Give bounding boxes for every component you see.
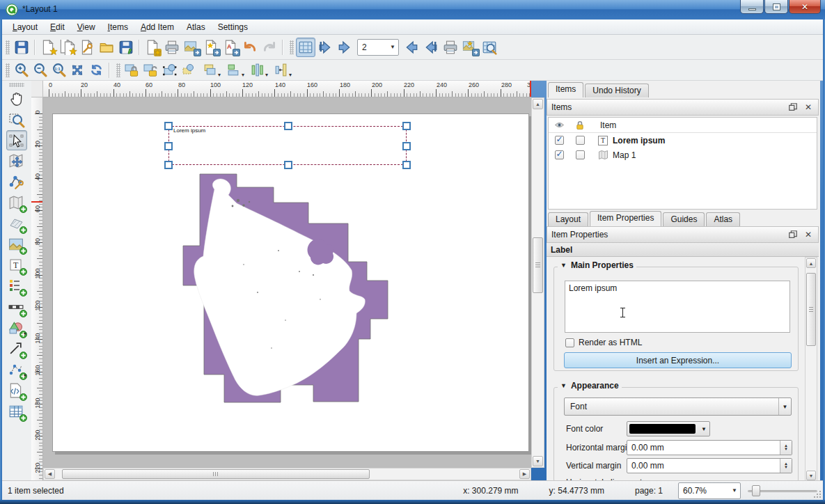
properties-scrollbar[interactable]: ▲ ▼ [805,257,817,482]
canvas-vertical-scrollbar[interactable]: ▲ ▼ [531,97,544,468]
scroll-down-icon[interactable]: ▼ [533,456,543,466]
export-image-button[interactable] [182,38,201,57]
close-button[interactable]: ✕ [789,0,821,14]
load-from-template-button[interactable] [97,38,116,57]
resize-handle-s[interactable] [284,161,292,169]
zoom-out-button[interactable] [31,61,49,79]
new-layout-button[interactable] [38,38,58,57]
redo-button[interactable] [260,38,279,57]
chevron-down-icon[interactable]: ▼ [387,40,398,55]
print-layout-button[interactable] [162,38,182,57]
scroll-left-icon[interactable]: ◀ [45,469,55,479]
refresh-view-button[interactable] [87,61,106,79]
add-node-item-button[interactable]: ▾ [6,360,27,380]
atlas-last-feature-button[interactable] [421,38,441,57]
save-as-template-button[interactable] [116,38,136,57]
scrollbar-thumb[interactable] [62,469,370,479]
map-item[interactable] [174,167,404,411]
spin-arrows-icon[interactable]: ▲▼ [780,459,792,473]
menu-layout[interactable]: Layout [6,21,44,33]
vertical-margin-spinbox[interactable]: 0.00 mm ▲▼ [627,458,792,473]
scrollbar-thumb[interactable] [806,273,816,346]
atlas-feature-combo[interactable]: 2▼ [357,39,399,56]
scrollbar-thumb[interactable] [533,237,543,293]
zoom-full-button[interactable] [68,61,87,79]
chevron-down-icon[interactable]: ▼ [729,483,740,498]
toolbar-grip[interactable] [290,40,294,54]
menu-view[interactable]: View [71,21,102,33]
toolbar-grip[interactable] [6,40,10,54]
resize-handle-n[interactable] [284,122,292,130]
item-row-map-1[interactable]: Map 1 [549,148,817,162]
tab-item-properties[interactable]: Item Properties [590,211,661,226]
atlas-next-feature-button[interactable] [402,38,421,57]
resize-handle-nw[interactable] [164,122,173,130]
resize-handle-ne[interactable] [402,122,411,130]
zoom-actual-button[interactable]: 1:1 [49,61,68,79]
lock-checkbox[interactable] [576,136,585,145]
resize-handle-sw[interactable] [164,161,173,169]
item-row-label[interactable]: Map 1 [613,150,636,160]
chevron-down-icon[interactable]: ▼ [698,422,709,436]
visibility-checkbox[interactable] [555,136,564,145]
toolbar-grip[interactable] [116,63,120,77]
scroll-right-icon[interactable]: ▶ [519,469,530,479]
menu-items[interactable]: Items [102,21,134,33]
toolbar-grip[interactable] [6,63,10,77]
raise-items-button[interactable]: ▾ [198,61,221,79]
visibility-checkbox[interactable] [555,150,564,159]
add-arrow-button[interactable] [6,339,27,359]
float-panel-icon[interactable] [787,229,799,240]
add-legend-button[interactable] [6,276,27,297]
close-panel-icon[interactable]: ✕ [803,102,814,113]
item-row-lorem-ipsum[interactable]: T Lorem ipsum [549,133,817,148]
canvas-horizontal-scrollbar[interactable]: ◀ ▶ [43,468,531,480]
atlas-preview-button[interactable] [296,38,315,57]
undo-button[interactable] [240,38,260,57]
move-item-content-button[interactable] [6,151,27,171]
insert-expression-button[interactable]: Insert an Expression... [564,352,792,368]
resize-handle-w[interactable] [164,142,173,150]
distribute-items-button[interactable]: ▾ [245,61,269,79]
print-atlas-button[interactable] [441,38,460,57]
label-text-area[interactable]: Lorem ipsum [565,281,790,333]
selected-label-item[interactable]: Lorem ipsum [168,126,407,165]
scroll-up-icon[interactable]: ▲ [806,258,816,268]
add-shape-button[interactable]: ▾ [6,318,27,338]
add-attribute-table-button[interactable] [6,402,27,422]
layout-canvas[interactable]: Lorem ipsum [43,97,531,468]
tab-guides[interactable]: Guides [663,212,705,226]
edit-nodes-item-button[interactable] [6,172,27,192]
zoom-in-button[interactable] [12,61,31,79]
zoom-tool-button[interactable] [6,109,27,129]
font-button[interactable]: Font ▼ [564,397,792,416]
layout-manager-button[interactable] [77,38,97,57]
atlas-settings-button[interactable] [480,38,499,57]
pan-layout-button[interactable] [6,88,27,109]
tab-undo-history[interactable]: Undo History [585,84,648,97]
atlas-previous-feature-button[interactable] [335,38,354,57]
resize-handle-se[interactable] [402,161,411,169]
lock-selected-items-button[interactable] [123,61,141,79]
scroll-down-icon[interactable]: ▼ [806,471,816,480]
render-as-html-row[interactable]: Render as HTML [565,338,642,347]
restore-button[interactable] [764,0,788,14]
add-picture-button[interactable] [6,235,27,255]
group-items-button[interactable] [160,61,179,79]
select-move-item-button[interactable] [6,130,27,150]
menu-atlas[interactable]: Atlas [180,21,212,33]
zoom-slider-handle[interactable] [752,485,760,496]
resize-items-button[interactable]: ▾ [269,61,292,79]
ungroup-items-button[interactable] [179,61,198,79]
appearance-header[interactable]: ▼ Appearance [558,381,622,391]
save-project-button[interactable] [12,38,31,57]
title-bar[interactable]: *Layout 1 ✕ [0,0,825,19]
font-color-swatch-button[interactable]: ▼ [627,421,710,436]
render-as-html-checkbox[interactable] [565,338,574,347]
item-row-label[interactable]: Lorem ipsum [613,136,665,145]
menu-add-item[interactable]: Add Item [134,21,180,33]
align-items-button[interactable]: ▾ [221,61,245,79]
tab-items[interactable]: Items [548,82,583,97]
menu-settings[interactable]: Settings [212,21,254,33]
add-map-button[interactable] [6,193,27,213]
